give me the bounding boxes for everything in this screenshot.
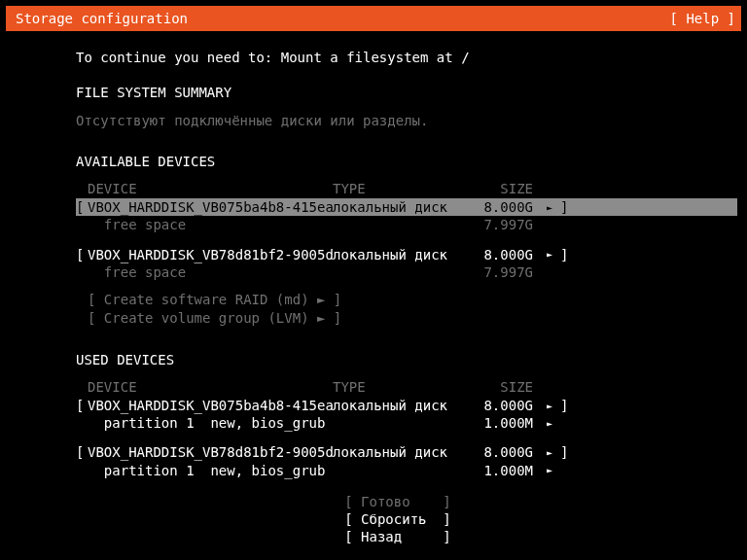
device-name: free space xyxy=(88,216,333,233)
available-actions: [ Create software RAID (md) ► ] [ Create… xyxy=(88,291,737,328)
available-table: DEVICE TYPE SIZE [VBOX_HARDDISK_VB075ba4… xyxy=(76,180,737,328)
summary-empty: Отсутствуют подключённые диски или разде… xyxy=(76,112,737,129)
device-size: 8.000G xyxy=(469,443,539,461)
footer-buttons: [ Готово ][ Сбросить ][ Назад ] xyxy=(58,493,737,546)
continue-hint: To continue you need to: Mount a filesys… xyxy=(76,49,720,66)
device-type: локальный диск xyxy=(333,397,469,414)
device-size: 8.000G xyxy=(469,198,539,216)
device-type: локальный диск xyxy=(333,443,469,461)
col-type: TYPE xyxy=(333,180,469,197)
device-row[interactable]: [VBOX_HARDDISK_VB78d81bf2-9005d25dлокаль… xyxy=(76,246,737,263)
chevron-right-icon: ► xyxy=(539,464,560,476)
help-button[interactable]: [ Help ] xyxy=(670,10,735,27)
col-device: DEVICE xyxy=(88,378,333,396)
device-sub-row: free space7.997G xyxy=(76,216,737,233)
col-device: DEVICE xyxy=(88,180,333,197)
used-headers: DEVICE TYPE SIZE xyxy=(76,378,737,396)
device-sub-row: free space7.997G xyxy=(76,263,737,281)
available-headers: DEVICE TYPE SIZE xyxy=(76,180,737,197)
footer-button: [ Готово ] xyxy=(58,493,737,510)
device-sub-row: partition 1 new, bios_grub1.000M► xyxy=(76,414,737,432)
device-type: локальный диск xyxy=(333,246,469,263)
chevron-right-icon: ► xyxy=(539,446,560,459)
col-type: TYPE xyxy=(333,378,469,396)
footer-button[interactable]: [ Сбросить ] xyxy=(58,510,737,528)
chevron-right-icon: ► xyxy=(539,400,560,412)
device-row[interactable]: [VBOX_HARDDISK_VB78d81bf2-9005d25dлокаль… xyxy=(76,443,737,461)
page-title: Storage configuration xyxy=(16,10,188,27)
used-table: DEVICE TYPE SIZE [VBOX_HARDDISK_VB075ba4… xyxy=(76,378,737,479)
section-title-used: USED DEVICES xyxy=(76,351,720,368)
chevron-right-icon: ► xyxy=(539,201,560,214)
col-size: SIZE xyxy=(469,378,539,396)
device-name: VBOX_HARDDISK_VB075ba4b8-415ea30f xyxy=(88,198,333,216)
device-size: 8.000G xyxy=(469,246,539,263)
device-name: partition 1 new, bios_grub xyxy=(88,414,333,432)
action-lvm[interactable]: [ Create volume group (LVM) ► ] xyxy=(88,309,737,328)
titlebar: Storage configuration [ Help ] xyxy=(6,6,741,31)
device-name: VBOX_HARDDISK_VB78d81bf2-9005d25d xyxy=(88,246,333,263)
device-name: partition 1 new, bios_grub xyxy=(88,462,333,479)
footer-button[interactable]: [ Назад ] xyxy=(58,528,737,545)
device-size: 8.000G xyxy=(469,397,539,414)
device-name: VBOX_HARDDISK_VB075ba4b8-415ea30f xyxy=(88,397,333,414)
device-row[interactable]: [VBOX_HARDDISK_VB075ba4b8-415ea30fлокаль… xyxy=(76,198,737,216)
device-row[interactable]: [VBOX_HARDDISK_VB075ba4b8-415ea30fлокаль… xyxy=(76,397,737,414)
action-raid[interactable]: [ Create software RAID (md) ► ] xyxy=(88,291,737,309)
continue-action: Mount a filesystem at / xyxy=(281,50,470,65)
device-size: 1.000M xyxy=(469,414,539,432)
chevron-right-icon: ► xyxy=(539,248,560,261)
col-size: SIZE xyxy=(469,180,539,197)
installer-screen: Storage configuration [ Help ] To contin… xyxy=(0,0,747,560)
content: To continue you need to: Mount a filesys… xyxy=(0,31,747,560)
chevron-right-icon: ► xyxy=(539,417,560,430)
section-title-available: AVAILABLE DEVICES xyxy=(76,153,720,170)
device-size: 7.997G xyxy=(469,216,539,233)
continue-prefix: To continue you need to: xyxy=(76,50,281,65)
device-sub-row: partition 1 new, bios_grub1.000M► xyxy=(76,462,737,479)
device-size: 1.000M xyxy=(469,462,539,479)
device-type: локальный диск xyxy=(333,198,469,216)
device-name: free space xyxy=(88,263,333,281)
section-title-summary: FILE SYSTEM SUMMARY xyxy=(76,84,720,101)
device-name: VBOX_HARDDISK_VB78d81bf2-9005d25d xyxy=(88,443,333,461)
device-size: 7.997G xyxy=(469,263,539,281)
